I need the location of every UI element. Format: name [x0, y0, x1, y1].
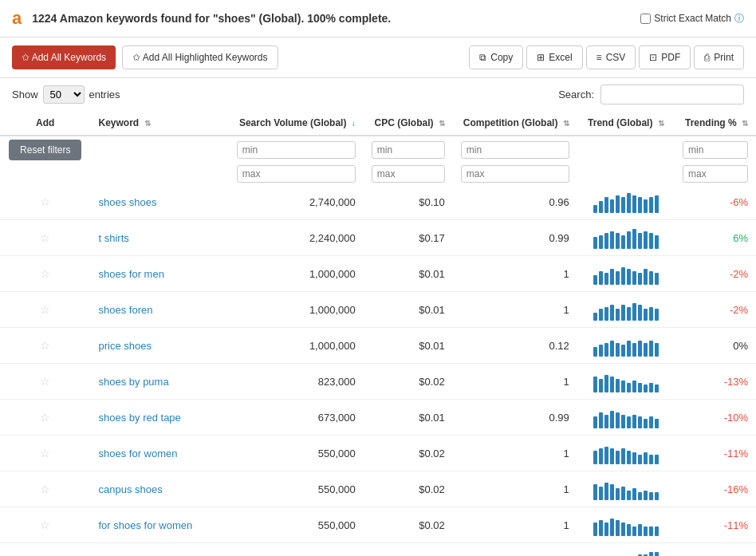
trend-bar	[627, 307, 631, 321]
trend-bar-container	[585, 191, 667, 213]
keyword-link[interactable]: shoes for men	[98, 268, 163, 280]
trend-bar	[621, 487, 625, 501]
trend-bar	[616, 309, 620, 321]
filter-trending-max-cell	[675, 164, 756, 184]
filter-comp-max[interactable]	[461, 165, 569, 183]
keyword-link[interactable]: shoes foren	[98, 304, 152, 316]
entries-select[interactable]: 102550100	[43, 85, 85, 104]
table-row: ☆shoes by red tape673,000$0.010.99-10%	[0, 400, 756, 436]
trend-bar	[593, 377, 597, 392]
star-icon[interactable]: ☆	[40, 267, 50, 280]
table-row: ☆shoes for women550,000$0.021-11%	[0, 436, 756, 471]
volume-cell: 550,000	[229, 507, 364, 543]
trend-bar	[632, 343, 636, 357]
star-icon[interactable]: ☆	[40, 303, 50, 316]
filter-volume-max[interactable]	[237, 165, 356, 183]
trend-bar	[616, 343, 620, 357]
col-header-trending[interactable]: Trending % ⇅	[675, 111, 756, 136]
filter-cpc-min[interactable]	[372, 141, 445, 159]
trend-bar	[610, 199, 614, 214]
keyword-link[interactable]: shoes by red tape	[98, 412, 180, 424]
csv-button[interactable]: ≡ CSV	[586, 45, 636, 69]
keyword-link[interactable]: shoes by puma	[98, 376, 168, 388]
col-header-competition[interactable]: Competition (Global) ⇅	[453, 111, 577, 136]
cpc-cell: $0.02	[364, 507, 453, 543]
trend-bar	[644, 309, 648, 321]
trend-bar	[638, 455, 642, 465]
star-icon[interactable]: ☆	[40, 195, 50, 208]
keyword-link[interactable]: shoes for women	[98, 448, 177, 459]
filter-trending-max[interactable]	[683, 165, 748, 183]
star-icon[interactable]: ☆	[40, 375, 50, 388]
trend-bar	[644, 491, 648, 501]
cpc-cell: $0.02	[364, 436, 453, 471]
trend-bar	[616, 412, 620, 428]
keyword-link[interactable]: t shirts	[98, 232, 128, 244]
filter-volume-min[interactable]	[237, 141, 356, 159]
filter-cpc-max[interactable]	[372, 165, 445, 183]
keyword-link[interactable]: shoes shoes	[98, 196, 156, 208]
add-highlighted-keywords-button[interactable]: ✩ Add All Highlighted Keywords	[122, 45, 278, 69]
keyword-link[interactable]: price shoes	[98, 340, 151, 352]
trend-bar	[621, 415, 625, 429]
trend-bar	[599, 235, 603, 250]
competition-cell: 1	[453, 543, 577, 557]
keyword-link[interactable]: canpus shoes	[98, 483, 162, 495]
comp-sort-icon: ⇅	[563, 119, 569, 128]
keyword-cell: shoes foren	[90, 292, 228, 328]
keyword-cell: shoes shoes	[90, 184, 228, 220]
pdf-button[interactable]: ⊡ PDF	[639, 45, 691, 69]
reset-filters-button[interactable]: Reset filters	[9, 140, 81, 160]
trend-cell	[577, 256, 675, 292]
filter-comp-min[interactable]	[461, 141, 569, 159]
volume-cell: 673,000	[229, 400, 364, 436]
volume-cell: 823,000	[229, 364, 364, 400]
star-icon[interactable]: ☆	[40, 483, 50, 495]
pdf-icon: ⊡	[649, 52, 657, 63]
trend-bar	[632, 229, 636, 249]
star-icon[interactable]: ☆	[40, 519, 50, 531]
strict-match-checkbox[interactable]	[640, 14, 651, 24]
toolbar: ✩ Add All Keywords ✩ Add All Highlighted…	[0, 37, 756, 78]
star-icon[interactable]: ☆	[40, 447, 50, 459]
excel-button[interactable]: ⊞ Excel	[526, 45, 582, 69]
keyword-link[interactable]: for shoes for women	[98, 519, 192, 531]
info-icon: ⓘ	[734, 12, 744, 26]
trend-bar	[604, 197, 608, 213]
top-bar: a 1224 Amazon keywords found for "shoes"…	[0, 0, 756, 37]
keyword-cell: price shoes	[90, 328, 228, 364]
trend-bar	[655, 309, 659, 321]
add-all-keywords-button[interactable]: ✩ Add All Keywords	[12, 45, 116, 69]
trend-bar	[627, 231, 631, 250]
trending-cell: -6%	[675, 184, 756, 220]
col-header-keyword[interactable]: Keyword ⇅	[90, 111, 228, 136]
search-input[interactable]	[600, 85, 744, 104]
print-button[interactable]: ⎙ Print	[694, 45, 744, 69]
trend-bar	[644, 419, 648, 429]
col-header-volume[interactable]: Search Volume (Global) ↓	[229, 111, 364, 136]
filter-trending-min[interactable]	[683, 141, 748, 159]
trend-bar	[593, 522, 597, 537]
filter-keyword-min	[90, 136, 228, 164]
col-header-trend[interactable]: Trend (Global) ⇅	[577, 111, 675, 136]
trend-bar	[610, 269, 614, 285]
star-icon[interactable]: ☆	[40, 411, 50, 424]
star-icon[interactable]: ☆	[40, 231, 50, 244]
trend-bar	[644, 269, 648, 285]
star-icon[interactable]: ☆	[40, 339, 50, 352]
trend-bar	[604, 343, 608, 357]
copy-label: Copy	[490, 52, 513, 63]
controls-bar: Show 102550100 entries Search:	[0, 78, 756, 111]
copy-icon: ⧉	[479, 52, 486, 63]
trend-bar	[593, 275, 597, 286]
trend-bar	[593, 205, 597, 213]
trend-bar	[644, 343, 648, 357]
copy-button[interactable]: ⧉ Copy	[469, 45, 523, 69]
star-cell: ☆	[0, 471, 90, 507]
toolbar-right: ⧉ Copy ⊞ Excel ≡ CSV ⊡ PDF ⎙ Print	[469, 45, 744, 69]
star-cell: ☆	[0, 364, 90, 400]
trending-cell: -11%	[675, 436, 756, 471]
col-header-cpc[interactable]: CPC (Global) ⇅	[364, 111, 453, 136]
trend-bar	[638, 273, 642, 285]
trend-bar	[627, 524, 631, 536]
